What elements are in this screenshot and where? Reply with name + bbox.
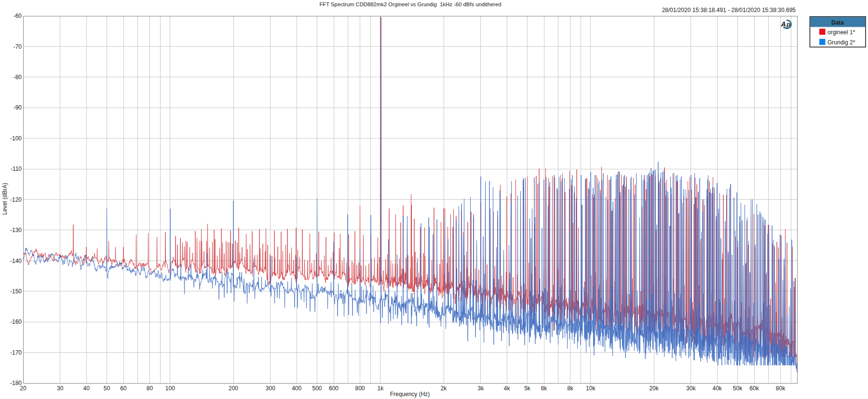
svg-text:FFT Spectrum CDD882mk2 Orginee: FFT Spectrum CDD882mk2 Orgineel vs Grund… <box>319 1 501 7</box>
svg-text:-120: -120 <box>10 196 22 203</box>
svg-text:Grundig: Grundig <box>827 39 848 46</box>
svg-text:30k: 30k <box>686 385 696 392</box>
svg-text:3k: 3k <box>477 385 484 392</box>
svg-text:-150: -150 <box>10 288 22 295</box>
svg-text:300: 300 <box>266 385 275 392</box>
svg-text:200: 200 <box>229 385 238 392</box>
svg-text:2k: 2k <box>441 385 448 392</box>
svg-text:-70: -70 <box>14 43 22 50</box>
svg-text:600: 600 <box>329 385 339 392</box>
svg-text:6k: 6k <box>541 385 548 392</box>
svg-text:400: 400 <box>292 385 301 392</box>
svg-text:40: 40 <box>83 385 90 392</box>
svg-text:Level (dBrA): Level (dBrA) <box>1 183 8 215</box>
svg-text:-60: -60 <box>14 13 22 19</box>
svg-text:100: 100 <box>165 385 175 392</box>
svg-text:80k: 80k <box>776 385 786 392</box>
svg-text:Data: Data <box>831 19 844 26</box>
svg-text:20k: 20k <box>649 385 659 392</box>
svg-text:500: 500 <box>312 385 322 392</box>
svg-text:4k: 4k <box>504 385 511 392</box>
svg-text:8k: 8k <box>567 385 574 392</box>
svg-text:40k: 40k <box>713 385 722 392</box>
svg-text:2*: 2* <box>850 39 855 46</box>
svg-text:A: A <box>781 20 786 28</box>
svg-text:5k: 5k <box>524 385 531 392</box>
svg-text:-130: -130 <box>10 227 22 234</box>
svg-text:-140: -140 <box>10 258 22 264</box>
svg-text:60: 60 <box>120 385 127 392</box>
svg-text:-80: -80 <box>14 74 22 81</box>
svg-text:-100: -100 <box>10 135 22 142</box>
svg-text:30: 30 <box>57 385 64 392</box>
svg-text:1k: 1k <box>377 385 384 392</box>
svg-text:Frequency (Hz): Frequency (Hz) <box>390 391 430 398</box>
svg-text:orgineel: orgineel <box>827 29 848 36</box>
svg-text:1*: 1* <box>850 29 855 36</box>
svg-text:-180: -180 <box>10 380 22 386</box>
svg-text:-110: -110 <box>11 165 22 172</box>
svg-text:80: 80 <box>147 385 153 392</box>
svg-text:-170: -170 <box>10 349 22 356</box>
svg-text:p: p <box>786 21 790 28</box>
svg-text:50k: 50k <box>733 385 743 392</box>
svg-text:800: 800 <box>355 385 365 392</box>
svg-text:-90: -90 <box>14 104 22 111</box>
svg-text:28/01/2020 15:38:18.491 - 28/0: 28/01/2020 15:38:18.491 - 28/01/2020 15:… <box>662 7 796 14</box>
svg-text:-160: -160 <box>10 318 22 325</box>
svg-text:60k: 60k <box>749 385 759 392</box>
svg-text:50: 50 <box>104 385 110 392</box>
svg-text:10k: 10k <box>586 385 596 392</box>
